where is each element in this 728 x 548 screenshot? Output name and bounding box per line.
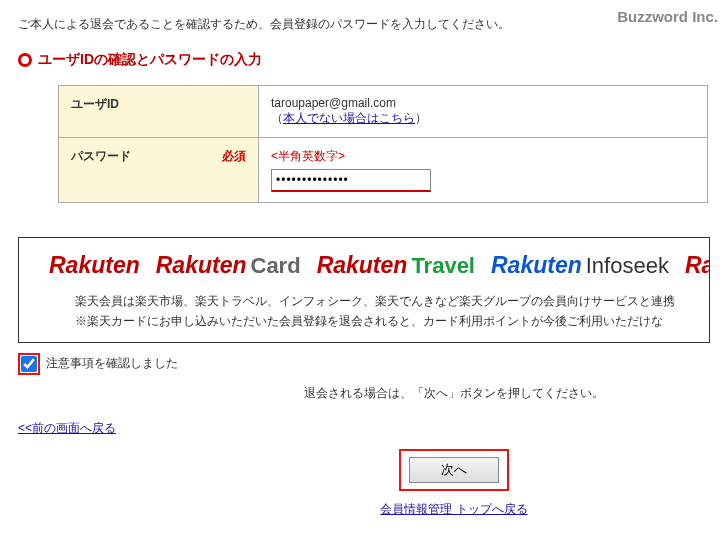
password-input[interactable] — [271, 169, 431, 192]
brand-label: Buzzword Inc. — [617, 8, 718, 25]
userid-value: taroupaper@gmail.com — [271, 96, 396, 110]
confirm-label[interactable]: 注意事項を確認しました — [46, 355, 178, 372]
next-button-highlight: 次へ — [399, 449, 509, 491]
footer-top-link[interactable]: 会員情報管理 トップへ戻る — [380, 502, 527, 516]
rakuten-infoseek-logo: RakutenInfoseek — [491, 252, 669, 279]
back-link[interactable]: <<前の画面へ戻る — [18, 420, 710, 437]
logos-row: Rakuten RakutenCard RakutenTravel Rakute… — [19, 252, 709, 279]
rakuten-logo: Rakuten — [49, 252, 140, 279]
bullet-icon — [18, 53, 32, 67]
confirm-checkbox-highlight — [18, 353, 40, 375]
banner-line1: 楽天会員は楽天市場、楽天トラベル、インフォシーク、楽天でんきなど楽天グループの会… — [75, 291, 695, 311]
paren-open: （ — [271, 111, 283, 125]
not-me-link[interactable]: 本人でない場合はこちら — [283, 111, 415, 125]
credentials-table: ユーザID taroupaper@gmail.com （本人でない場合はこちら）… — [58, 85, 708, 203]
rakuten-travel-logo: RakutenTravel — [317, 252, 475, 279]
userid-cell: taroupaper@gmail.com （本人でない場合はこちら） — [259, 86, 708, 138]
confirm-row: 注意事項を確認しました — [18, 353, 710, 375]
section-title: ユーザIDの確認とパスワードの入力 — [18, 51, 710, 69]
intro-text: ご本人による退会であることを確認するため、会員登録のパスワードを入力してください… — [18, 16, 710, 33]
password-label: パスワード — [71, 149, 131, 163]
password-label-cell: パスワード 必須 — [59, 138, 259, 203]
next-button[interactable]: 次へ — [409, 457, 499, 483]
confirm-checkbox[interactable] — [21, 356, 37, 372]
next-instruction: 退会される場合は、「次へ」ボタンを押してください。 — [18, 385, 710, 402]
required-badge: 必須 — [222, 148, 246, 165]
rakuten-logo-cut: Ra — [685, 252, 710, 279]
userid-label: ユーザID — [59, 86, 259, 138]
rakuten-card-logo: RakutenCard — [156, 252, 301, 279]
password-cell: <半角英数字> — [259, 138, 708, 203]
paren-close: ） — [415, 111, 427, 125]
banner-text: 楽天会員は楽天市場、楽天トラベル、インフォシーク、楽天でんきなど楽天グループの会… — [19, 279, 709, 332]
section-title-text: ユーザIDの確認とパスワードの入力 — [38, 51, 262, 69]
banner-line2: ※楽天カードにお申し込みいただいた会員登録を退会されると、カード利用ポイントが今… — [75, 311, 695, 331]
password-hint: <半角英数字> — [271, 149, 345, 163]
notice-banner: Rakuten RakutenCard RakutenTravel Rakute… — [18, 237, 710, 343]
